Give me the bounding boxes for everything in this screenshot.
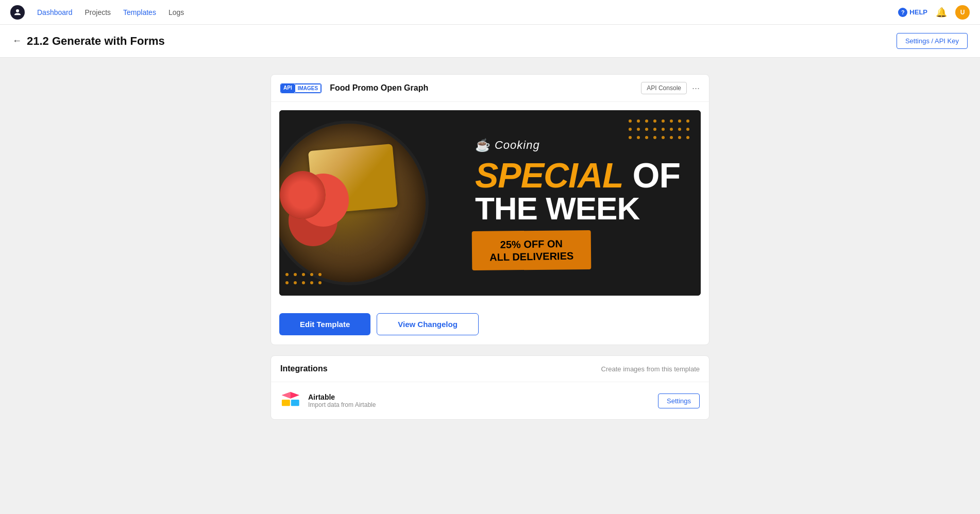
notification-bell-icon[interactable]: 🔔 xyxy=(936,7,947,18)
food-bowl-image xyxy=(279,121,429,285)
promo-headline-sub: THE WEEK xyxy=(475,193,680,225)
main-content: API IMAGES Food Promo Open Graph API Con… xyxy=(258,58,722,436)
integrations-header: Integrations Create images from this tem… xyxy=(271,356,709,382)
api-console-button[interactable]: API Console xyxy=(641,82,687,94)
headline-of: OF xyxy=(633,156,680,195)
promo-headline-special: SPECIAL OF xyxy=(475,158,680,193)
promo-background: ☕ Cooking SPECIAL OF THE WEEK 25% OFF ON… xyxy=(279,110,701,296)
svg-marker-4 xyxy=(282,392,291,399)
airtable-icon xyxy=(280,390,301,411)
cooking-flame-icon: ☕ xyxy=(475,138,491,152)
edit-template-button[interactable]: Edit Template xyxy=(279,313,370,335)
images-badge: IMAGES xyxy=(295,84,321,93)
svg-point-0 xyxy=(16,9,19,12)
nav-logs[interactable]: Logs xyxy=(168,8,184,16)
user-avatar[interactable]: U xyxy=(955,5,970,20)
airtable-description: Import data from Airtable xyxy=(308,401,651,408)
navbar: Dashboard Projects Templates Logs ? HELP… xyxy=(0,0,980,25)
nav-dashboard[interactable]: Dashboard xyxy=(37,8,73,16)
template-card: API IMAGES Food Promo Open Graph API Con… xyxy=(271,74,709,345)
promo-discount-text: 25% OFF ON ALL DELIVERIES xyxy=(489,237,574,264)
help-icon: ? xyxy=(898,8,907,17)
promo-image: ☕ Cooking SPECIAL OF THE WEEK 25% OFF ON… xyxy=(279,110,701,296)
more-options-button[interactable]: ··· xyxy=(692,83,700,94)
api-badge: API xyxy=(281,84,295,93)
app-logo xyxy=(10,5,25,20)
template-header-right: API Console ··· xyxy=(641,82,700,94)
integrations-title: Integrations xyxy=(280,364,328,373)
template-actions: Edit Template View Changelog xyxy=(271,304,709,345)
airtable-integration-item: Airtable Import data from Airtable Setti… xyxy=(271,382,709,419)
cooking-logo: ☕ Cooking xyxy=(475,138,680,152)
page-title: 21.2 Generate with Forms xyxy=(27,35,165,48)
settings-api-button[interactable]: Settings / API Key xyxy=(897,33,968,49)
headline-special: SPECIAL xyxy=(475,156,623,195)
airtable-settings-button[interactable]: Settings xyxy=(658,393,700,408)
navbar-right: ? HELP 🔔 U xyxy=(898,5,970,20)
back-arrow-icon[interactable]: ← xyxy=(12,36,22,46)
discount-line1: 25% OFF ON xyxy=(500,238,563,250)
nav-projects[interactable]: Projects xyxy=(85,8,111,16)
cooking-brand-name: Cooking xyxy=(495,139,540,152)
help-label: HELP xyxy=(909,8,927,16)
discount-line2: ALL DELIVERIES xyxy=(489,250,573,263)
promo-discount-badge: 25% OFF ON ALL DELIVERIES xyxy=(475,232,588,269)
template-name: Food Promo Open Graph xyxy=(330,83,428,93)
badge-group: API IMAGES xyxy=(280,83,322,93)
airtable-name: Airtable xyxy=(308,393,651,401)
integrations-section: Integrations Create images from this tem… xyxy=(271,355,709,420)
dots-bottom-left xyxy=(285,273,324,286)
view-changelog-button[interactable]: View Changelog xyxy=(377,313,479,335)
svg-rect-2 xyxy=(291,400,299,406)
template-card-header: API IMAGES Food Promo Open Graph API Con… xyxy=(271,75,709,102)
nav-templates[interactable]: Templates xyxy=(123,8,156,16)
airtable-info: Airtable Import data from Airtable xyxy=(308,393,651,408)
promo-text-block: ☕ Cooking SPECIAL OF THE WEEK 25% OFF ON… xyxy=(475,138,680,268)
svg-rect-1 xyxy=(282,400,290,406)
integrations-subtitle: Create images from this template xyxy=(601,365,700,373)
page-header: ← 21.2 Generate with Forms Settings / AP… xyxy=(0,25,980,58)
back-title-group: ← 21.2 Generate with Forms xyxy=(12,35,165,48)
help-button[interactable]: ? HELP xyxy=(898,8,927,17)
